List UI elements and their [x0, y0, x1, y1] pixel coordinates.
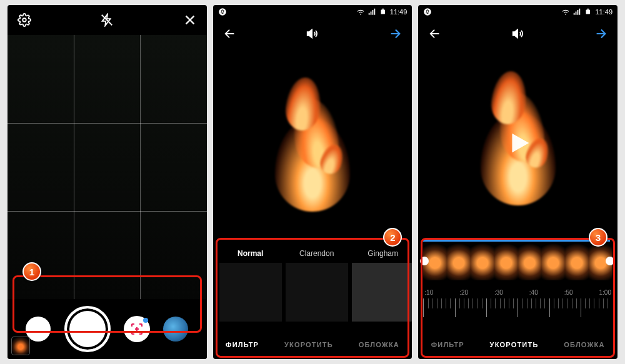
trim-range-bar: [423, 240, 610, 242]
shazam-icon: [218, 7, 227, 16]
flame-graphic: [262, 81, 362, 218]
editor-tabs: ФИЛЬТР УКОРОТИТЬ ОБЛОЖКА: [213, 330, 412, 359]
filter-thumb: [352, 263, 412, 322]
filter-option-normal[interactable]: Normal: [219, 249, 282, 330]
time-tick-label: :10: [424, 289, 433, 296]
last-capture-thumbnail[interactable]: [11, 337, 30, 355]
time-tick-label: :30: [494, 289, 503, 296]
tab-cover[interactable]: ОБЛОЖКА: [359, 341, 399, 348]
trim-handle-end[interactable]: [606, 257, 614, 265]
filter-label: Normal: [238, 249, 263, 258]
shutter-button[interactable]: [64, 306, 111, 352]
shazam-icon: [423, 7, 432, 16]
annotation-badge: 3: [589, 228, 608, 247]
clock-text: 11:49: [595, 8, 612, 16]
editor-bottom-panel: :10 :20 :30 :40 :50 1:00 ФИЛЬТР УКОРОТИТ…: [418, 237, 618, 359]
trim-frame: [494, 242, 518, 280]
screen-trim-editor: 11:49: [418, 5, 618, 359]
screen-camera: 1: [8, 5, 207, 359]
trim-frame: [471, 242, 494, 280]
tab-trim[interactable]: УКОРОТИТЬ: [284, 341, 333, 348]
tab-trim[interactable]: УКОРОТИТЬ: [490, 341, 539, 348]
time-ruler: :10 :20 :30 :40 :50 1:00: [423, 289, 612, 324]
trim-frame: [541, 242, 565, 280]
battery-icon: [379, 7, 388, 16]
status-bar: 11:49: [418, 5, 618, 19]
editor-tabs: ФИЛЬТР УКОРОТИТЬ ОБЛОЖКА: [418, 330, 618, 359]
time-tick-label: :50: [564, 289, 573, 296]
topbar: [8, 5, 207, 35]
wifi-icon: [356, 7, 365, 16]
editor-bottom-panel: Normal Clarendon Gingham M ФИЛЬТР УКОРОТ…: [213, 249, 412, 359]
time-tick-label: :20: [459, 289, 468, 296]
filter-thumb: [219, 263, 282, 322]
filters-row[interactable]: Normal Clarendon Gingham M: [213, 249, 412, 330]
svg-rect-10: [586, 10, 590, 14]
topbar: [418, 19, 618, 49]
svg-rect-8: [382, 9, 384, 10]
filter-option-gingham[interactable]: Gingham: [352, 249, 412, 330]
sound-on-icon[interactable]: [511, 27, 525, 41]
time-tick-label: :40: [529, 289, 538, 296]
annotation-badge: 1: [22, 262, 41, 281]
next-icon[interactable]: [594, 27, 608, 41]
topbar: [213, 19, 412, 49]
status-bar: 11:49: [213, 5, 412, 19]
close-icon[interactable]: [183, 13, 197, 27]
trim-filmstrip[interactable]: [423, 242, 612, 280]
filter-thumb: [286, 263, 348, 322]
settings-icon[interactable]: [18, 13, 31, 27]
svg-rect-11: [588, 9, 589, 10]
tab-cover[interactable]: ОБЛОЖКА: [564, 341, 604, 348]
svg-rect-7: [381, 10, 384, 14]
filter-option-clarendon[interactable]: Clarendon: [286, 249, 348, 330]
gallery-button[interactable]: [163, 317, 188, 342]
svg-point-6: [219, 8, 226, 16]
flash-off-icon[interactable]: [100, 13, 114, 27]
svg-point-9: [424, 8, 432, 16]
back-icon[interactable]: [223, 27, 237, 41]
screen-filter-editor: 11:49 Normal Clarendon: [213, 5, 412, 359]
trim-frame: [565, 242, 589, 280]
rule-of-thirds-grid: [8, 35, 207, 299]
video-preview[interactable]: [213, 49, 412, 249]
camera-controls: [8, 299, 207, 359]
time-tick-label: 1:00: [599, 289, 611, 296]
filter-label: Clarendon: [299, 249, 334, 258]
tab-filter[interactable]: ФИЛЬТР: [431, 341, 464, 348]
next-icon[interactable]: [388, 27, 402, 41]
signal-icon: [572, 7, 581, 16]
sound-on-icon[interactable]: [306, 27, 319, 41]
new-indicator-dot: [143, 318, 148, 323]
battery-icon: [584, 7, 592, 16]
svg-point-0: [22, 18, 26, 22]
back-icon[interactable]: [428, 27, 442, 41]
trim-frame: [518, 242, 542, 280]
play-icon[interactable]: [504, 129, 532, 157]
tab-filter[interactable]: ФИЛЬТР: [226, 341, 259, 348]
wifi-icon: [561, 7, 570, 16]
trim-handle-start[interactable]: [420, 257, 429, 265]
filter-label: Gingham: [368, 249, 398, 258]
signal-icon: [368, 7, 376, 16]
trim-frame: [447, 242, 471, 280]
focus-mode-button[interactable]: [124, 316, 150, 342]
clock-text: 11:49: [390, 8, 408, 16]
camera-viewfinder[interactable]: [8, 35, 207, 299]
video-preview[interactable]: [418, 49, 618, 237]
